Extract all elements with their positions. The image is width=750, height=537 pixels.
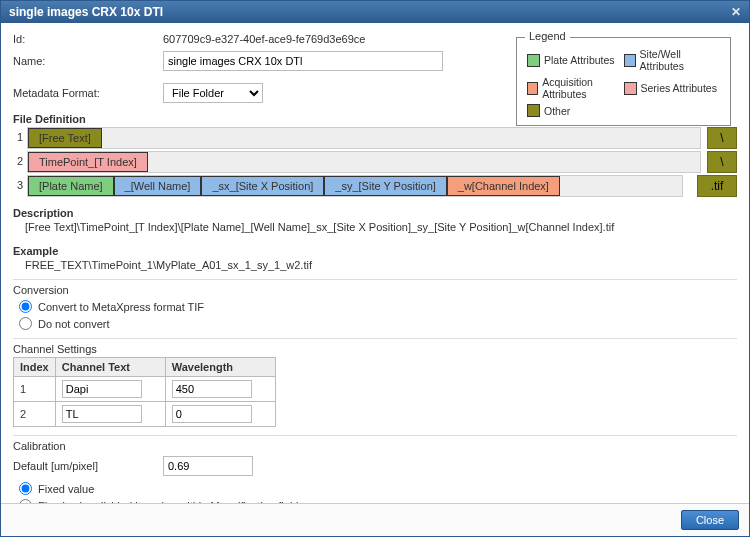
- wavelength-input[interactable]: [172, 380, 252, 398]
- legend-acq: Acquisition Attributes: [527, 76, 624, 100]
- token-free-text[interactable]: [Free Text]: [28, 128, 102, 148]
- example-header: Example: [13, 245, 737, 257]
- legend-site: Site/Well Attributes: [624, 48, 721, 72]
- calibration-section: Calibration Default [um/pixel] Fixed val…: [13, 435, 737, 503]
- square-icon: [527, 82, 538, 95]
- conversion-opt2-label: Do not convert: [38, 318, 110, 330]
- cell-index: 2: [14, 402, 56, 427]
- description-header: Description: [13, 207, 737, 219]
- name-input[interactable]: [163, 51, 443, 71]
- wavelength-input[interactable]: [172, 405, 252, 423]
- token-channel-index[interactable]: _w[Channel Index]: [447, 176, 560, 196]
- row-index: 2: [13, 151, 27, 173]
- metadata-label: Metadata Format:: [13, 87, 163, 99]
- conversion-opt1-label: Convert to MetaXpress format TIF: [38, 301, 204, 313]
- calibration-header: Calibration: [13, 440, 737, 452]
- dialog-title: single images CRX 10x DTl: [9, 5, 163, 19]
- close-button[interactable]: Close: [681, 510, 739, 530]
- id-value: 607709c9-e327-40ef-ace9-fe769d3e69ce: [163, 33, 365, 45]
- square-icon: [624, 82, 637, 95]
- conversion-radio-convert[interactable]: [19, 300, 32, 313]
- legend-other: Other: [527, 104, 624, 117]
- footer: Close: [1, 503, 749, 536]
- square-icon: [624, 54, 636, 67]
- id-label: Id:: [13, 33, 163, 45]
- legend-box: Legend Plate Attributes Site/Well Attrib…: [516, 37, 731, 126]
- table-row: 2: [14, 402, 276, 427]
- name-label: Name:: [13, 55, 163, 67]
- path-separator: \: [707, 151, 737, 173]
- col-channel-text: Channel Text: [55, 358, 165, 377]
- row-index: 1: [13, 127, 27, 149]
- calibration-opt1-label: Fixed value: [38, 483, 94, 495]
- square-icon: [527, 104, 540, 117]
- token-plate-name[interactable]: [Plate Name]: [28, 176, 114, 196]
- path-separator: \: [707, 127, 737, 149]
- channel-settings-header: Channel Settings: [13, 343, 737, 355]
- square-icon: [527, 54, 540, 67]
- channel-text-input[interactable]: [62, 405, 142, 423]
- channel-settings-section: Channel Settings Index Channel Text Wave…: [13, 338, 737, 427]
- legend-plate: Plate Attributes: [527, 48, 624, 72]
- example-text: FREE_TEXT\TimePoint_1\MyPlate_A01_sx_1_s…: [25, 259, 737, 271]
- token-well-name[interactable]: _[Well Name]: [114, 176, 202, 196]
- token-site-x[interactable]: _sx_[Site X Position]: [201, 176, 324, 196]
- token-timepoint[interactable]: TimePoint_[T Index]: [28, 152, 148, 172]
- dialog-window: single images CRX 10x DTl ✕ Legend Plate…: [0, 0, 750, 537]
- calibration-radio-fixed[interactable]: [19, 482, 32, 495]
- titlebar: single images CRX 10x DTl ✕: [1, 1, 749, 23]
- description-text: [Free Text]\TimePoint_[T Index]\[Plate N…: [25, 221, 737, 233]
- content-area: Legend Plate Attributes Site/Well Attrib…: [1, 23, 749, 503]
- default-um-pixel-input[interactable]: [163, 456, 253, 476]
- col-wavelength: Wavelength: [165, 358, 275, 377]
- close-icon[interactable]: ✕: [731, 5, 741, 19]
- file-def-row-2: 2 TimePoint_[T Index] \: [13, 151, 737, 173]
- extension-box: .tif: [697, 175, 737, 197]
- col-index: Index: [14, 358, 56, 377]
- metadata-format-select[interactable]: File Folder: [163, 83, 263, 103]
- table-row: 1: [14, 377, 276, 402]
- conversion-header: Conversion: [13, 284, 737, 296]
- default-um-pixel-label: Default [um/pixel]: [13, 460, 163, 472]
- channel-table: Index Channel Text Wavelength 1 2: [13, 357, 276, 427]
- conversion-section: Conversion Convert to MetaXpress format …: [13, 279, 737, 330]
- token-track: [Plate Name] _[Well Name] _sx_[Site X Po…: [27, 175, 683, 197]
- token-track: [Free Text]: [27, 127, 701, 149]
- file-def-row-1: 1 [Free Text] \: [13, 127, 737, 149]
- row-index: 3: [13, 175, 27, 197]
- token-track: TimePoint_[T Index]: [27, 151, 701, 173]
- conversion-radio-none[interactable]: [19, 317, 32, 330]
- legend-title: Legend: [525, 30, 570, 42]
- cell-index: 1: [14, 377, 56, 402]
- token-site-y[interactable]: _sy_[Site Y Position]: [324, 176, 447, 196]
- channel-text-input[interactable]: [62, 380, 142, 398]
- legend-series: Series Attributes: [624, 76, 721, 100]
- file-def-row-3: 3 [Plate Name] _[Well Name] _sx_[Site X …: [13, 175, 737, 197]
